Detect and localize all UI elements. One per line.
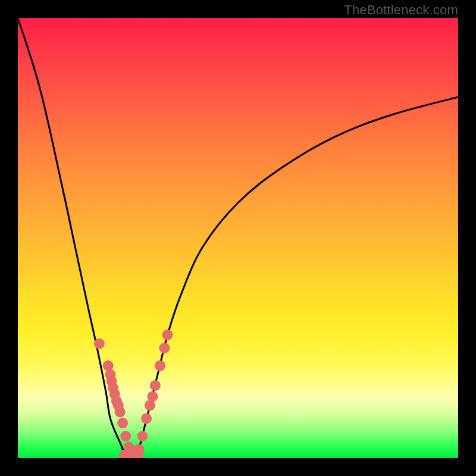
- plot-area: [18, 18, 458, 458]
- data-point: [162, 330, 173, 340]
- data-point: [141, 413, 152, 424]
- curve-bottleneck-right: [137, 97, 458, 458]
- data-point: [115, 406, 126, 417]
- chart-stage: TheBottleneck.com: [0, 0, 476, 476]
- data-point: [155, 361, 165, 371]
- data-point: [147, 391, 158, 402]
- data-point: [94, 339, 105, 349]
- curve-layer: [18, 18, 458, 458]
- data-point: [117, 418, 128, 428]
- data-point: [137, 431, 148, 441]
- watermark-text: TheBottleneck.com: [344, 2, 458, 18]
- data-point: [150, 380, 161, 391]
- chart-svg: [18, 18, 458, 458]
- data-point: [120, 431, 131, 441]
- data-point: [159, 343, 170, 353]
